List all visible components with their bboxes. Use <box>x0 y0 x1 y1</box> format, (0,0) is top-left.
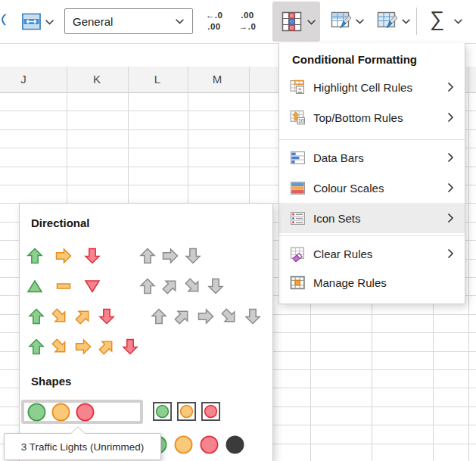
chevron-down-icon <box>306 19 316 26</box>
iconset-3-arrows-gray[interactable] <box>138 247 202 265</box>
red-down-arrow-icon <box>121 338 139 356</box>
chevron-down-icon[interactable] <box>401 18 411 25</box>
menu-item-clear-rules[interactable]: Clear Rules <box>279 238 465 269</box>
gray-down-arrow-icon <box>244 307 262 326</box>
green-circle-icon <box>26 402 47 422</box>
amber-rimmed-light-icon <box>176 401 197 422</box>
orange-se-arrow-icon <box>47 334 73 360</box>
menu-item-highlight-cell-rules[interactable]: < Highlight Cell Rules <box>279 72 465 102</box>
menu-item-top-bottom-rules[interactable]: 10 Top/Bottom Rules <box>279 102 465 132</box>
svg-text:<: < <box>298 86 302 92</box>
number-format-select[interactable]: General <box>64 8 193 34</box>
red-triangle-down-icon <box>83 277 101 295</box>
tooltip: 3 Traffic Lights (Unrimmed) <box>4 433 161 460</box>
orange-right-arrow-icon <box>74 338 92 356</box>
tooltip-caret <box>70 426 86 434</box>
icon-sets-icon <box>290 210 306 226</box>
menu-item-label: Manage Rules <box>313 276 454 289</box>
menu-item-label: Clear Rules <box>313 248 447 260</box>
red-down-arrow-icon <box>83 247 101 265</box>
gray-down-arrow-icon <box>184 247 202 265</box>
decrease-decimal-button[interactable]: .00 →.0 <box>231 10 264 33</box>
gray-right-arrow-icon <box>161 247 179 265</box>
conditional-formatting-menu: Conditional Formatting < Highlight Cell … <box>278 43 465 304</box>
iconset-5-arrows-coloured[interactable] <box>27 338 139 356</box>
column-header-j[interactable]: J <box>20 73 26 86</box>
chevron-down-icon <box>175 18 185 25</box>
black-circle-icon <box>225 435 245 455</box>
tooltip-text: 3 Traffic Lights (Unrimmed) <box>21 441 145 453</box>
red-circle-icon <box>199 435 219 455</box>
menu-item-data-bars[interactable]: Data Bars <box>279 142 465 173</box>
red-down-arrow-icon <box>98 307 116 326</box>
top-bottom-rules-icon: 10 <box>290 110 306 125</box>
data-bars-icon <box>290 150 306 165</box>
menu-item-label: Icon Sets <box>313 212 447 225</box>
column-header-m[interactable]: M <box>213 73 222 86</box>
green-up-arrow-icon <box>27 307 45 326</box>
merge-cells-icon <box>21 11 42 32</box>
iconset-3-arrows-coloured[interactable] <box>26 247 101 265</box>
conditional-formatting-button[interactable] <box>272 2 320 42</box>
orange-ne-arrow-icon <box>94 334 120 360</box>
green-triangle-up-icon <box>26 277 44 295</box>
clear-rules-icon <box>290 246 306 261</box>
iconset-5-arrows-gray[interactable] <box>150 307 262 326</box>
number-format-value: General <box>73 15 175 28</box>
excel-window: J K L M <box>0 0 476 461</box>
menu-item-colour-scales[interactable]: Colour Scales <box>279 173 465 203</box>
merge-cells-button[interactable] <box>21 11 42 35</box>
menu-item-manage-rules[interactable]: Manage Rules <box>279 267 465 297</box>
orange-right-arrow-icon <box>54 247 73 265</box>
red-circle-icon <box>75 402 95 422</box>
submenu-arrow-icon <box>447 112 454 123</box>
highlight-cell-rules-icon: < <box>290 79 306 95</box>
submenu-arrow-icon <box>447 248 454 259</box>
green-up-arrow-icon <box>27 338 45 356</box>
iconset-3-traffic-lights-rimmed[interactable] <box>152 401 221 422</box>
svg-text:10: 10 <box>298 118 304 123</box>
amber-circle-icon <box>173 435 194 455</box>
menu-item-label: Highlight Cell Rules <box>313 81 447 94</box>
menu-item-label: Top/Bottom Rules <box>313 111 447 124</box>
iconset-4-arrows-gray[interactable] <box>138 277 225 295</box>
format-as-table-icon <box>331 11 352 32</box>
chevron-down-icon[interactable] <box>355 18 365 25</box>
green-up-arrow-icon <box>26 247 44 265</box>
orange-se-arrow-icon <box>47 304 73 329</box>
format-as-table-button[interactable] <box>331 11 352 35</box>
iconset-4-traffic-lights[interactable] <box>148 435 245 455</box>
submenu-arrow-icon <box>447 82 454 92</box>
gray-right-arrow-icon <box>197 307 215 326</box>
iconset-4-arrows-coloured[interactable] <box>27 307 116 326</box>
increase-decimal-button[interactable]: ←.0 .00 <box>198 10 231 33</box>
gray-down-arrow-icon <box>207 277 225 295</box>
iconset-3-traffic-lights-unrimmed-selected[interactable] <box>21 400 143 424</box>
conditional-formatting-icon <box>282 11 302 32</box>
submenu-arrow-icon <box>447 213 454 223</box>
autosum-button[interactable]: ∑ <box>430 8 444 31</box>
menu-item-icon-sets[interactable]: Icon Sets <box>279 203 465 233</box>
cell-styles-button[interactable] <box>377 11 398 35</box>
colour-scales-icon <box>290 180 306 195</box>
menu-separator <box>279 139 465 140</box>
ribbon-toolbar: General ←.0 .00 .00 →.0 <box>0 0 476 44</box>
iconset-3-triangles[interactable] <box>26 277 101 295</box>
gray-up-arrow-icon <box>138 247 157 265</box>
menu-title: Conditional Formatting <box>292 53 417 66</box>
chevron-down-icon[interactable] <box>453 18 463 25</box>
directional-section-title: Directional <box>31 216 90 229</box>
gray-ne-arrow-icon <box>157 273 183 299</box>
menu-item-label: Data Bars <box>313 151 447 164</box>
toolbar-divider <box>416 8 417 35</box>
menu-item-label: Colour Scales <box>313 182 447 195</box>
gray-se-arrow-icon <box>180 273 206 299</box>
cell-styles-icon <box>377 11 398 32</box>
amber-circle-icon <box>51 402 71 422</box>
manage-rules-icon <box>290 275 306 290</box>
chevron-down-icon[interactable] <box>45 19 54 26</box>
column-header-l[interactable]: L <box>154 73 160 86</box>
submenu-arrow-icon <box>447 152 454 163</box>
column-header-k[interactable]: K <box>93 73 101 86</box>
submenu-arrow-icon <box>447 182 454 193</box>
